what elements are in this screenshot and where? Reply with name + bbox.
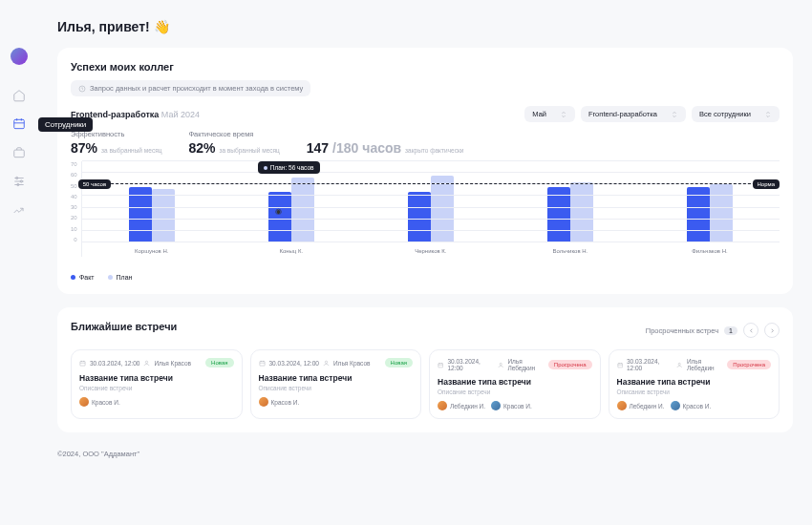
meeting-person: Лебедкин И. [617,401,665,410]
bar-plan [710,184,733,242]
meeting-title: Название типа встречи [259,373,414,383]
svg-point-13 [679,363,681,365]
bar-fact [408,192,431,242]
user-avatar[interactable] [11,48,28,65]
sidebar: Сотрудники [0,0,38,525]
chart-plot: Коршунов Н.Коныц К.План: 56 часов◉Черник… [81,161,780,257]
chevron-updown-icon [560,111,567,118]
wave-emoji: 👋 [154,19,170,34]
nav-employees-icon[interactable]: Сотрудники [11,116,27,132]
main-content: Илья, привет! 👋 Успехи моих коллег Запро… [38,0,812,525]
meeting-card[interactable]: 30.03.2024, 12:00 Илья Лебедкин Просроче… [609,349,780,419]
nav-home-icon[interactable] [11,88,27,103]
info-pill: Запрос данных и расчет происходит в моме… [71,80,310,96]
person-avatar-icon [617,401,627,410]
user-icon [143,360,150,367]
meeting-title: Название типа встречи [438,377,592,387]
bar-label: Коршунов Н. [135,248,169,254]
calendar-icon [617,362,623,368]
svg-rect-12 [617,363,622,367]
bar-tooltip: План: 56 часов [258,161,320,174]
svg-rect-0 [14,119,25,128]
meeting-person: Красов И. [671,401,712,410]
svg-rect-10 [438,363,443,367]
user-icon [323,360,330,367]
user-icon [676,362,682,368]
meeting-meta: 30.03.2024, 12:00 Илья Лебедкин [617,358,728,371]
y-axis: 706050403020100 [71,161,81,242]
meetings-card: Ближайшие встречи Просроченных встреч 1 … [57,307,793,432]
meetings-row: 30.03.2024, 12:00 Илья Красов Новая Назв… [71,349,780,419]
norm-badge-left: 50 часов [78,179,111,189]
status-badge: Новая [205,358,233,368]
meeting-title: Название типа встречи [79,373,234,383]
bar-label: Вольчиков Н. [553,248,588,254]
chart-legend: Факт План [71,274,780,281]
overdue-count: 1 [724,326,737,335]
calendar-icon [438,362,443,368]
norm-badge-right: Норма [753,179,780,189]
meeting-person: Красов И. [491,401,532,410]
svg-point-11 [500,363,502,365]
meeting-person: Красов И. [259,397,300,407]
overdue-label: Просроченных встреч [646,326,718,335]
bar-label: Коныц К. [279,248,303,254]
meeting-meta: 30.03.2024, 12:00 Илья Красов [79,360,191,367]
page-title: Илья, привет! 👋 [57,19,793,34]
bar-plan [431,176,454,242]
svg-rect-8 [259,361,264,366]
meetings-prev-button[interactable] [743,323,759,338]
bar-plan [570,182,593,242]
meeting-desc: Описание встречи [438,388,592,395]
meeting-card[interactable]: 30.03.2024, 12:00 Илья Красов Новая Назв… [71,349,243,419]
stats-row: Эффективность 87%за выбранный месяц Факт… [71,130,780,156]
meeting-people: Лебедкин И.Красов И. [617,401,772,410]
bar-label: Черников К. [415,248,446,254]
meeting-meta: 30.03.2024, 12:00 Илья Лебедкин [438,358,548,371]
meeting-person: Лебедкин И. [438,401,485,410]
chevron-updown-icon [671,111,678,118]
status-badge: Просрочена [548,360,592,369]
nav-tooltip: Сотрудники [38,117,93,132]
bar-fact [268,192,291,242]
person-avatar-icon [79,397,89,407]
person-avatar-icon [438,401,447,410]
meeting-desc: Описание встречи [617,388,772,395]
clock-icon [78,85,86,93]
status-badge: Просрочена [727,360,771,369]
svg-point-9 [325,361,327,363]
svg-point-7 [146,361,148,363]
meetings-title: Ближайшие встречи [71,321,177,332]
meeting-person: Красов И. [79,397,120,407]
meeting-people: Красов И. [79,397,234,407]
dept-select[interactable]: Frontend-разработка [581,106,686,122]
emp-select[interactable]: Все сотрудники [692,106,780,122]
colleagues-title: Успехи моих коллег [71,61,780,73]
person-avatar-icon [491,401,501,410]
status-badge: Новая [385,358,413,368]
nav-briefcase-icon[interactable] [11,145,27,160]
nav-chart-icon[interactable] [11,202,27,218]
nav-sliders-icon[interactable] [11,174,27,189]
person-avatar-icon [259,397,268,407]
cursor-icon: ◉ [275,207,282,216]
month-select[interactable]: Май [524,106,575,122]
meeting-card[interactable]: 30.03.2024, 12:00 Илья Красов Новая Назв… [250,349,422,419]
bar-plan [152,189,175,242]
meeting-people: Лебедкин И.Красов И. [438,401,592,410]
person-avatar-icon [671,401,680,410]
bar-label: Фильчаков Н. [692,248,728,254]
bar-plan [291,178,314,242]
meeting-title: Название типа встречи [617,377,772,387]
chart: 706050403020100 Коршунов Н.Коныц К.План:… [71,161,780,257]
svg-rect-1 [14,150,25,158]
svg-rect-6 [80,361,85,366]
calendar-icon [259,360,266,367]
meeting-desc: Описание встречи [259,385,414,391]
meeting-card[interactable]: 30.03.2024, 12:00 Илья Лебедкин Просроче… [429,349,601,419]
calendar-icon [79,360,86,367]
meeting-desc: Описание встречи [79,385,234,391]
colleagues-card: Успехи моих коллег Запрос данных и расче… [57,48,793,294]
meetings-next-button[interactable] [764,323,780,338]
meeting-meta: 30.03.2024, 12:00 Илья Красов [259,360,371,367]
